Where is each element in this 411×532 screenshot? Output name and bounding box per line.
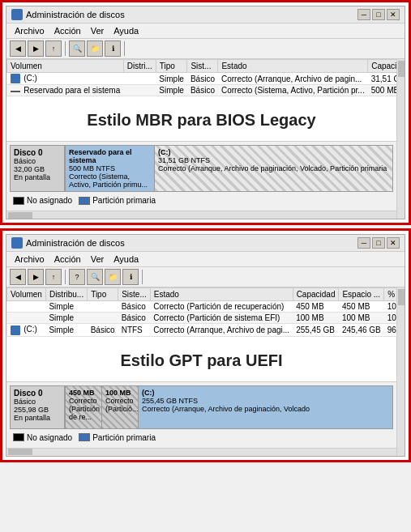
gpt-scrollbar-h[interactable] — [6, 448, 396, 456]
gpt-scrollbar-v-thumb[interactable] — [398, 289, 405, 305]
gpt-row2-esp: 100 MB — [339, 313, 384, 324]
mbr-scrollbar-v[interactable] — [396, 59, 405, 219]
gpt-row3-pct: 96 % — [384, 324, 396, 336]
gpt-section: Administración de discos ─ □ ✕ Archivo A… — [0, 228, 411, 462]
tb-btn-folder[interactable]: 📁 — [87, 40, 103, 57]
row1-vol: (C:) — [7, 73, 124, 85]
tb-sep2 — [124, 41, 125, 56]
mbr-disk-label: Disco 0 Básico 32,00 GB En pantalla — [10, 145, 65, 192]
gpt-toolbar: ◀ ▶ ↑ ? 🔍 📁 ℹ — [6, 267, 405, 287]
mbr-window-title: Administración de discos — [26, 10, 125, 19]
row1-cap: 31,51 GB — [368, 73, 396, 85]
scrollbar-v-thumb[interactable] — [398, 61, 405, 77]
gpt-table-area: Volumen Distribu... Tipo Siste... Estado… — [6, 287, 405, 455]
row2-distrib — [123, 85, 156, 96]
gpt-tb-search[interactable]: 🔍 — [87, 269, 103, 285]
gpt-menu-ver[interactable]: Ver — [86, 253, 109, 265]
gpt-c-status: Correcto (Arranque, Archivo de paginació… — [142, 405, 389, 413]
gpt-col-pct: % disponible — [384, 288, 396, 301]
table-row[interactable]: Simple Básico Correcto (Partición de sis… — [7, 313, 397, 324]
menu-accion[interactable]: Acción — [49, 25, 86, 36]
gpt-window-title: Administración de discos — [26, 238, 125, 248]
gpt-col-tipo: Tipo — [88, 288, 118, 301]
gpt-row1-vol — [7, 301, 46, 313]
gpt-row3-distrib: Simple — [45, 324, 87, 336]
tb-btn-search[interactable]: 🔍 — [69, 40, 85, 57]
mbr-scrollbar-h[interactable] — [6, 211, 396, 219]
gpt-row2-cap: 100 MB — [293, 313, 339, 324]
recovery-partition[interactable]: 450 MB Correcto (Partición de re... — [66, 386, 102, 428]
tb-btn-prop[interactable]: ℹ — [105, 40, 121, 57]
rec-part-name: 450 MB — [69, 389, 98, 397]
tb-btn-back[interactable]: ◀ — [10, 40, 26, 57]
mbr-disk-view: Disco 0 Básico 32,00 GB En pantalla Rese… — [6, 141, 396, 211]
gpt-tb-prop[interactable]: ℹ — [122, 269, 139, 285]
sys-part-size: 500 MB NTFS — [69, 164, 151, 172]
mbr-table-area: Volumen Distri... Tipo Sist... Estado Ca… — [6, 59, 405, 219]
gpt-tb-help[interactable]: ? — [69, 269, 85, 285]
gpt-menu-archivo[interactable]: Archivo — [10, 253, 49, 265]
efi-partition[interactable]: 100 MB Correcto (Partició... — [102, 386, 139, 428]
gpt-row3-vol: (C:) — [7, 324, 46, 336]
gpt-legend-unassigned-label: No asignado — [27, 433, 72, 442]
gpt-row3-sist: NTFS — [118, 324, 151, 336]
gpt-tb-sep1 — [65, 270, 66, 284]
gpt-tb-up[interactable]: ↑ — [45, 269, 62, 285]
table-row[interactable]: (C:) Simple Básico Correcto (Arranque, A… — [7, 73, 397, 85]
gpt-row2-distrib: Simple — [45, 313, 87, 324]
row1-distrib — [123, 73, 156, 85]
gpt-c-partition[interactable]: (C:) 255,45 GB NTFS Correcto (Arranque, … — [139, 386, 392, 428]
row1-tipo: Simple — [156, 73, 187, 85]
gpt-disk-row: Disco 0 Básico 255,98 GB En pantalla 450… — [10, 385, 393, 429]
close-button[interactable]: ✕ — [387, 9, 400, 20]
tb-btn-fwd[interactable]: ▶ — [28, 40, 44, 57]
gpt-row2-sist: Básico — [118, 313, 151, 324]
gpt-tb-folder[interactable]: 📁 — [105, 269, 121, 285]
gpt-scrollbar-v[interactable] — [396, 287, 405, 455]
gpt-legend-unassigned: No asignado — [13, 433, 72, 442]
tb-btn-up[interactable]: ↑ — [45, 40, 62, 57]
menu-ver[interactable]: Ver — [86, 25, 109, 36]
gpt-maximize-button[interactable]: □ — [372, 237, 385, 249]
mbr-main: Volumen Distri... Tipo Sist... Estado Ca… — [6, 59, 396, 219]
table-row[interactable]: (C:) Simple Básico NTFS Correcto (Arranq… — [7, 324, 397, 336]
gpt-row2-tipo — [88, 313, 118, 324]
gpt-legend-primary: Partición primaria — [79, 433, 156, 442]
menu-ayuda[interactable]: Ayuda — [109, 25, 143, 36]
scrollbar-thumb[interactable] — [8, 212, 32, 219]
c-drive-partition[interactable]: (C:) 31,51 GB NTFS Correcto (Arranque, A… — [155, 146, 392, 191]
mbr-window: Administración de discos ─ □ ✕ Archivo A… — [6, 6, 405, 219]
menu-archivo[interactable]: Archivo — [10, 25, 49, 36]
gpt-menu-ayuda[interactable]: Ayuda — [109, 253, 143, 265]
table-row[interactable]: Reservado para el sistema Simple Básico … — [7, 85, 397, 96]
gpt-row1-pct: 100 % — [384, 301, 396, 313]
gpt-menu-accion[interactable]: Acción — [49, 253, 86, 265]
gpt-col-esp: Espacio ... — [339, 288, 384, 301]
mbr-disk-row: Disco 0 Básico 32,00 GB En pantalla Rese… — [10, 145, 393, 192]
gpt-row2-estado: Correcto (Partición de sistema EFI) — [150, 313, 293, 324]
minimize-button[interactable]: ─ — [357, 9, 370, 20]
legend-unassigned-label: No asignado — [27, 196, 72, 205]
sys-reserved-partition[interactable]: Reservado para el sistema 500 MB NTFS Co… — [66, 146, 155, 191]
legend-unassigned: No asignado — [13, 196, 72, 205]
c-part-name: (C:) — [158, 148, 389, 156]
gpt-close-button[interactable]: ✕ — [387, 237, 400, 249]
gpt-row3-estado: Correcto (Arranque, Archivo de pagi... — [150, 324, 293, 336]
mbr-section: Administración de discos ─ □ ✕ Archivo A… — [0, 0, 411, 225]
gpt-minimize-button[interactable]: ─ — [357, 237, 370, 249]
rec-part-status: Correcto (Partición de re... — [69, 397, 98, 421]
row1-estado: Correcto (Arranque, Archivo de pagin... — [218, 73, 368, 85]
gpt-row2-pct: 100 % — [384, 313, 396, 324]
gpt-row3-tipo: Básico — [88, 324, 118, 336]
gpt-main: Volumen Distribu... Tipo Siste... Estado… — [6, 287, 396, 455]
gpt-primary-box — [79, 433, 90, 441]
c-part-status: Correcto (Arranque, Archivo de paginació… — [158, 164, 389, 172]
gpt-tb-fwd[interactable]: ▶ — [28, 269, 44, 285]
gpt-row3-esp: 245,46 GB — [339, 324, 384, 336]
maximize-button[interactable]: □ — [372, 9, 385, 20]
table-row[interactable]: Simple Básico Correcto (Partición de rec… — [7, 301, 397, 313]
gpt-tb-back[interactable]: ◀ — [10, 269, 26, 285]
gpt-c-size: 255,45 GB NTFS — [142, 397, 389, 405]
row2-estado: Correcto (Sistema, Activo, Partición pr.… — [218, 85, 368, 96]
gpt-scrollbar-thumb[interactable] — [8, 449, 32, 455]
